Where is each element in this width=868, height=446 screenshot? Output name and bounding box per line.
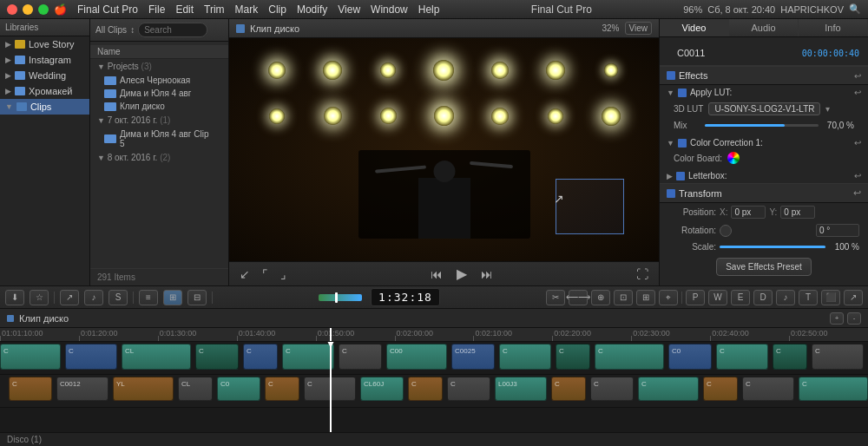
cc-checkbox[interactable] xyxy=(678,139,687,148)
appearance-button[interactable]: ≡ xyxy=(139,290,158,305)
clip-block[interactable]: C xyxy=(447,377,490,401)
clip-block[interactable]: C xyxy=(703,377,738,401)
menu-view[interactable]: View xyxy=(338,3,360,16)
lut-menu-icon[interactable]: ▾ xyxy=(825,104,830,114)
clip-block[interactable]: C xyxy=(812,344,864,370)
lut-disclosure[interactable]: ▼ xyxy=(667,89,674,97)
clip-block[interactable]: C xyxy=(590,377,634,401)
cc-disclosure[interactable]: ▼ xyxy=(667,139,674,148)
menu-modify[interactable]: Modify xyxy=(297,3,327,16)
lb-options-icon[interactable]: ↩ xyxy=(854,171,861,180)
go-to-end-button[interactable]: ⏭ xyxy=(477,266,496,283)
audio-icon[interactable]: ♪ xyxy=(776,290,795,305)
clip-block[interactable]: C0012 xyxy=(56,377,108,401)
menu-mark[interactable]: Mark xyxy=(235,3,259,16)
clip-block[interactable]: CL xyxy=(122,344,191,370)
clip-block[interactable]: C xyxy=(304,377,356,401)
clip-block[interactable]: C0025 xyxy=(451,344,495,370)
import-button[interactable]: ⬇ xyxy=(5,290,24,305)
zoom-out-button[interactable]: - xyxy=(847,312,861,325)
fullscreen-button[interactable]: ⛶ xyxy=(633,266,652,283)
clip-block[interactable]: C0 xyxy=(217,377,260,401)
clip-block[interactable]: C xyxy=(9,377,52,401)
blade-button[interactable]: ✂ xyxy=(546,290,565,305)
transform-tool[interactable]: ⊡ xyxy=(614,290,633,305)
menu-window[interactable]: Window xyxy=(371,3,408,16)
play-button[interactable]: ▶ xyxy=(453,264,470,284)
crop-tool[interactable]: ⊞ xyxy=(636,290,655,305)
view-button[interactable]: View xyxy=(625,22,653,35)
sort-icon[interactable]: ↕ xyxy=(130,25,135,35)
tab-audio[interactable]: Audio xyxy=(729,19,799,36)
mark-in-button[interactable]: ⌜ xyxy=(259,266,272,283)
clip-block[interactable]: C xyxy=(195,344,239,370)
clip-block[interactable]: C xyxy=(339,344,382,370)
clip-block[interactable]: L00J3 xyxy=(495,377,547,401)
color-wheel-icon[interactable] xyxy=(727,152,740,164)
skim-button[interactable]: ↗ xyxy=(60,290,79,305)
library-item-lovestory[interactable]: ▶ Love Story xyxy=(0,36,89,52)
minimize-button[interactable] xyxy=(23,4,33,15)
clip-block[interactable]: CL xyxy=(178,377,213,401)
browser-section-oct8[interactable]: ▼ 8 окт. 2016 г. (2) xyxy=(90,150,228,165)
append-button[interactable]: E xyxy=(731,290,750,305)
close-button[interactable] xyxy=(7,4,17,15)
insert-button[interactable]: W xyxy=(708,290,727,305)
position-y-input[interactable] xyxy=(780,206,815,219)
maximize-button[interactable] xyxy=(38,4,49,15)
rotation-value-input[interactable] xyxy=(816,224,859,237)
clip-block[interactable]: C xyxy=(742,377,794,401)
browser-item-dima[interactable]: Дима и Юля 4 авг xyxy=(90,87,228,100)
solo-button[interactable]: S xyxy=(108,290,128,305)
menu-help[interactable]: Help xyxy=(418,3,440,16)
save-effects-preset-button[interactable]: Save Effects Preset xyxy=(716,258,812,276)
clip-block[interactable]: C xyxy=(65,344,117,370)
clip-block[interactable]: CL60J xyxy=(360,377,404,401)
clip-block[interactable]: C xyxy=(499,344,551,370)
clip-block[interactable]: C xyxy=(773,344,807,370)
browser-item-aleся[interactable]: Алеся Черноокая xyxy=(90,74,228,87)
clip-block[interactable]: C xyxy=(408,377,443,401)
library-item-clips[interactable]: ▼ Clips xyxy=(0,99,89,115)
connect-button[interactable]: P xyxy=(686,290,705,305)
timeline-tracks[interactable]: C C CL C C C C C00 C0025 C C C C0 C C C … xyxy=(0,342,868,432)
menu-trim[interactable]: Trim xyxy=(204,3,225,16)
lb-checkbox[interactable] xyxy=(676,172,685,180)
library-item-instagram[interactable]: ▶ Instagram xyxy=(0,52,89,68)
favorite-button[interactable]: ☆ xyxy=(30,290,49,305)
tab-info[interactable]: Info xyxy=(799,19,868,36)
rotation-knob[interactable] xyxy=(720,225,732,237)
clip-block[interactable]: YL xyxy=(113,377,174,401)
add-to-timeline-button[interactable]: ↙ xyxy=(236,266,253,283)
clip-block[interactable]: C xyxy=(265,377,299,401)
list-view-button[interactable]: ⊟ xyxy=(187,290,207,305)
browser-section-oct7[interactable]: ▼ 7 окт. 2016 г. (1) xyxy=(90,113,228,128)
position-x-input[interactable] xyxy=(731,206,766,219)
position-button[interactable]: ⊕ xyxy=(591,290,610,305)
clip-block[interactable]: C xyxy=(282,344,334,370)
view-mode-button active[interactable]: ⊞ xyxy=(163,290,182,305)
browser-item-clip5[interactable]: Дима и Юля 4 авг Clip 5 xyxy=(90,128,228,150)
library-item-chromakey[interactable]: ▶ Хромакей xyxy=(0,83,89,99)
effects-options-icon[interactable]: ↩ xyxy=(854,71,861,81)
clip-block[interactable]: C xyxy=(551,377,586,401)
clip-block[interactable]: C xyxy=(799,377,868,401)
menu-edit[interactable]: Edit xyxy=(175,3,194,16)
clip-block[interactable]: C xyxy=(243,344,278,370)
overwrite-button[interactable]: D xyxy=(753,290,773,305)
search-icon[interactable]: 🔍 xyxy=(849,3,861,15)
tab-video[interactable]: Video xyxy=(660,19,729,36)
clip-block[interactable]: C xyxy=(716,344,768,370)
title-icon[interactable]: T xyxy=(799,290,818,305)
clip-block[interactable]: C00 xyxy=(386,344,447,370)
go-to-start-button[interactable]: ⏮ xyxy=(427,266,446,283)
clip-block[interactable]: C xyxy=(556,344,590,370)
clip-block[interactable]: C xyxy=(0,344,61,370)
menu-fcp-label[interactable]: Final Cut Pro xyxy=(77,3,138,16)
menu-file[interactable]: File xyxy=(148,3,165,16)
browser-search-input[interactable] xyxy=(138,23,207,37)
effects-checkbox[interactable] xyxy=(667,71,675,80)
audio-skim-button[interactable]: ♪ xyxy=(84,290,103,305)
library-item-wedding[interactable]: ▶ Wedding xyxy=(0,68,89,83)
clip-block[interactable]: C0 xyxy=(668,344,712,370)
